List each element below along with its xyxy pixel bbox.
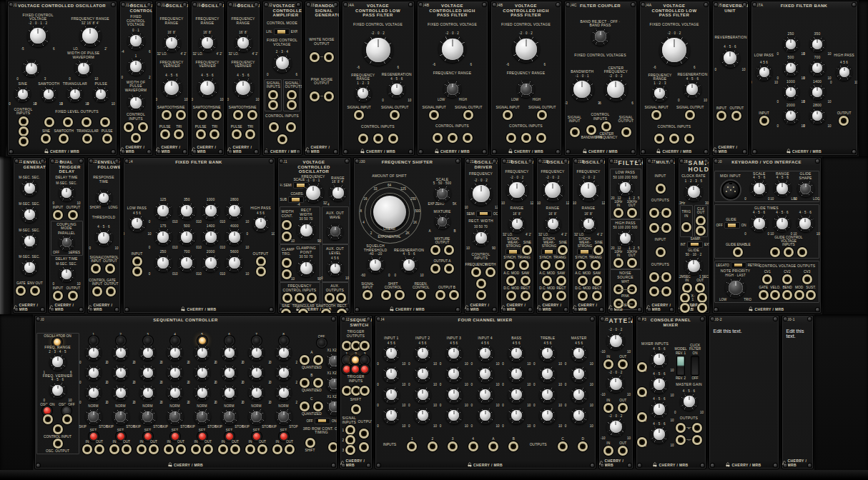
jack-patch[interactable]: [256, 266, 266, 276]
jack-input[interactable]: [53, 210, 63, 220]
jack-patch[interactable]: [656, 247, 666, 257]
jack-pulse[interactable]: [160, 129, 170, 139]
knob-frequency-range[interactable]: [651, 85, 669, 102]
jack-sawtooth[interactable]: [233, 110, 243, 120]
knob-2000[interactable]: [783, 108, 799, 124]
knob-range[interactable]: [329, 184, 347, 201]
knob-dial[interactable]: [326, 352, 337, 369]
jack-3[interactable]: [448, 441, 458, 451]
knob-dial[interactable]: [445, 366, 463, 383]
jack-out[interactable]: [285, 444, 295, 454]
jack-center-frequency[interactable]: [601, 121, 611, 131]
knob-dial[interactable]: [508, 216, 526, 233]
jack-cv2[interactable]: [782, 274, 792, 284]
jack-control-output[interactable]: [105, 264, 115, 274]
push-button[interactable]: [343, 366, 350, 373]
knob-dial[interactable]: [248, 408, 265, 425]
knob-dial[interactable]: [383, 407, 400, 424]
jack-patch[interactable]: [360, 386, 370, 396]
knob-dial[interactable]: [414, 366, 431, 383]
jack-d-c-mod[interactable]: [542, 291, 552, 301]
jack-rect[interactable]: [556, 291, 566, 301]
knob-dial[interactable]: [469, 182, 493, 206]
knob-dial[interactable]: [571, 407, 588, 424]
jack-in[interactable]: [191, 444, 201, 454]
jack-synch[interactable]: [541, 260, 551, 270]
jack-in[interactable]: [245, 444, 255, 454]
knob-dial[interactable]: [162, 77, 182, 98]
jack-output-a-2[interactable]: [444, 264, 454, 274]
jack-out[interactable]: [257, 444, 267, 454]
jack-regen-control-1[interactable]: [416, 290, 426, 300]
jack-patch[interactable]: [310, 91, 320, 101]
knob-freq-range[interactable]: [49, 354, 66, 371]
jack-sust[interactable]: [806, 290, 816, 300]
jack-patch[interactable]: [336, 293, 346, 303]
jack-sawtooth[interactable]: [197, 110, 207, 120]
knob-dial[interactable]: [445, 345, 463, 362]
jack-bend[interactable]: [782, 290, 792, 300]
knob-dial[interactable]: [750, 214, 768, 232]
jack-10hz-in[interactable]: [613, 208, 623, 218]
knob-triangular[interactable]: [66, 86, 83, 102]
knob-dial[interactable]: [167, 364, 183, 381]
jack-x-1[interactable]: [697, 293, 707, 303]
jack-shift-control-1[interactable]: [381, 290, 391, 300]
jack-patch[interactable]: [19, 116, 29, 126]
knob-dial[interactable]: [578, 179, 600, 201]
amount-of-shift-knob[interactable]: [373, 196, 406, 229]
knob-dial[interactable]: [542, 179, 564, 201]
knob-dial[interactable]: [59, 266, 75, 282]
jack-patch[interactable]: [282, 231, 292, 241]
jack-a-c-mod[interactable]: [542, 276, 552, 286]
knob-dial[interactable]: [248, 384, 265, 401]
knob-dial[interactable]: [129, 215, 146, 232]
jack-triang[interactable]: [591, 260, 601, 270]
jack-10khz-out[interactable]: [627, 208, 637, 218]
jack-sine[interactable]: [41, 134, 51, 144]
jack-glide-control-voltage-inputs-1[interactable]: [770, 247, 780, 257]
jack-patch[interactable]: [661, 286, 671, 296]
jack-1[interactable]: [407, 441, 417, 451]
knob-dial[interactable]: [139, 344, 156, 361]
knob-dial[interactable]: [606, 374, 625, 393]
jack-c-2[interactable]: [313, 401, 323, 411]
knob-dial[interactable]: [650, 426, 668, 444]
knob-1400[interactable]: [809, 84, 826, 100]
knob-dial[interactable]: [617, 179, 634, 196]
knob-350[interactable]: [809, 36, 826, 52]
knob-dial[interactable]: [233, 77, 254, 98]
jack-patch[interactable]: [351, 404, 361, 414]
knob-regeneration[interactable]: [400, 256, 418, 274]
jack-a-2[interactable]: [313, 355, 323, 365]
jack-b[interactable]: [508, 441, 518, 451]
knob-dial[interactable]: [508, 366, 525, 383]
knob-dial[interactable]: [477, 407, 494, 424]
jack-a-1[interactable]: [300, 355, 310, 365]
knob-dial[interactable]: [472, 229, 490, 246]
jack-signal-input[interactable]: [503, 110, 513, 120]
jack-signal-input-1[interactable]: [363, 290, 373, 300]
jack-patch[interactable]: [359, 429, 369, 439]
jack-2[interactable]: [345, 435, 355, 445]
knob-dial[interactable]: [194, 364, 210, 381]
knob-dial[interactable]: [199, 34, 217, 52]
jack-out[interactable]: [618, 359, 628, 369]
knob-dial[interactable]: [508, 386, 525, 404]
knob-dial[interactable]: [539, 345, 556, 362]
jack-out[interactable]: [618, 446, 628, 456]
knob-squelch-threshold[interactable]: [367, 256, 385, 274]
knob-700[interactable]: [178, 254, 196, 272]
jack-patch[interactable]: [282, 258, 292, 268]
set-button[interactable]: [253, 433, 260, 440]
jack-gate[interactable]: [16, 286, 26, 296]
knob-dial[interactable]: [127, 32, 145, 50]
knob-dial[interactable]: [721, 49, 740, 68]
osc-on-button[interactable]: [44, 407, 51, 414]
jack-saw[interactable]: [556, 276, 566, 286]
knob-regeneration[interactable]: [388, 81, 405, 99]
jack-patch[interactable]: [696, 226, 706, 236]
knob-dial[interactable]: [21, 179, 38, 196]
knob-frequency-range[interactable]: [355, 85, 372, 102]
knob-dial[interactable]: [194, 344, 210, 361]
